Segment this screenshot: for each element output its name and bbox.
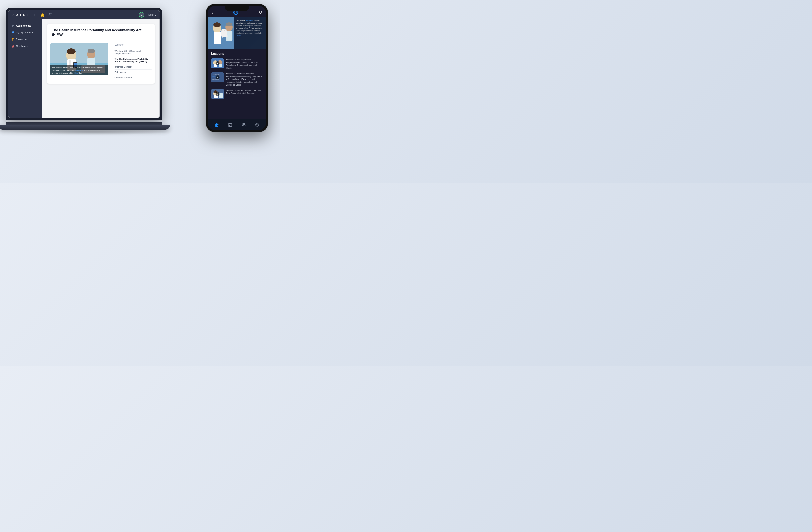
phone-lessons-title: Lessons bbox=[211, 52, 263, 56]
svg-point-7 bbox=[12, 45, 14, 47]
svg-point-17 bbox=[88, 48, 95, 53]
certificates-label: Certificates bbox=[16, 45, 28, 47]
phone-hero-caption: La Regla de privacidad también garantiza… bbox=[234, 17, 266, 49]
svg-point-55 bbox=[257, 125, 257, 125]
course-card-header: The Health Insurance Portability and Acc… bbox=[47, 24, 155, 40]
svg-point-16 bbox=[67, 48, 76, 54]
svg-rect-23 bbox=[214, 32, 221, 44]
phone-screen: ‹ bbox=[208, 6, 266, 130]
course-lessons-section: Lessons What are Client Rights and Respo… bbox=[111, 40, 155, 84]
svg-rect-9 bbox=[50, 43, 108, 63]
svg-point-51 bbox=[243, 124, 244, 125]
phone-notch bbox=[225, 6, 249, 11]
phone-lesson-text-2: Section 2: The Health Insurance Portabil… bbox=[226, 72, 263, 86]
svg-point-24 bbox=[213, 23, 220, 27]
laptop-screen: Q U I R E ⬅ 🔔 D Dean B bbox=[9, 10, 160, 118]
bell-icon[interactable]: 🔔 bbox=[41, 13, 45, 17]
back-icon[interactable]: ⬅ bbox=[34, 13, 37, 17]
sidebar-item-myfiles[interactable]: My Agency Files › bbox=[9, 29, 42, 36]
course-card-body: The Privacy Rule also ensures that each … bbox=[47, 40, 155, 84]
svg-rect-48 bbox=[216, 126, 217, 127]
course-card: The Health Insurance Portability and Acc… bbox=[47, 24, 155, 84]
laptop-device: Q U I R E ⬅ 🔔 D Dean B bbox=[6, 8, 170, 172]
svg-point-20 bbox=[235, 12, 236, 13]
phone-frame: ‹ bbox=[206, 4, 268, 132]
svg-point-1 bbox=[50, 13, 52, 14]
phone-hero-section: La Regla de privacidad también garantiza… bbox=[208, 17, 266, 49]
play-button-1[interactable]: ▶ bbox=[216, 61, 219, 65]
svg-point-54 bbox=[256, 125, 257, 125]
phone-device: ‹ bbox=[206, 4, 268, 176]
svg-point-28 bbox=[226, 23, 232, 26]
phone-lesson-item-3[interactable]: ▶ Section 3: Informed Consent – Sección … bbox=[211, 89, 263, 99]
phone-nav-home[interactable] bbox=[213, 121, 221, 129]
myfiles-label: My Agency Files bbox=[16, 31, 33, 34]
phone-lesson-thumb-2: La Regla de privacidad también garantiza… bbox=[211, 72, 224, 82]
sidebar: Assignments › My Agency Files › bbox=[9, 19, 42, 118]
lesson-item-5[interactable]: Course Summary bbox=[115, 75, 151, 81]
lesson-item-2[interactable]: The Health Insurance Portability and Acc… bbox=[115, 56, 151, 64]
phone-lesson-text-1: Section 1: Client Rights and Responsibil… bbox=[226, 58, 263, 70]
svg-rect-36 bbox=[219, 64, 222, 67]
phone-bell-icon[interactable] bbox=[259, 10, 262, 15]
assignments-label: Assignments bbox=[16, 25, 31, 27]
myfiles-icon bbox=[12, 31, 14, 34]
svg-point-52 bbox=[244, 124, 245, 125]
sidebar-item-resources[interactable]: Resources bbox=[9, 36, 42, 43]
lesson-item-4[interactable]: Elder Abuse bbox=[115, 70, 151, 75]
laptop-body: Assignments › My Agency Files › bbox=[9, 19, 160, 118]
phone-lesson-thumb-1: ▶ bbox=[211, 58, 224, 68]
main-content: The Health Insurance Portability and Acc… bbox=[42, 19, 160, 118]
course-video-thumbnail[interactable]: The Privacy Rule also ensures that each … bbox=[50, 43, 108, 75]
laptop-screen-frame: Q U I R E ⬅ 🔔 D Dean B bbox=[6, 8, 162, 120]
phone-nav-more[interactable] bbox=[253, 121, 261, 129]
laptop-shadow bbox=[10, 129, 174, 135]
lessons-header: Lessons bbox=[115, 43, 151, 46]
phone-nav-cards[interactable] bbox=[226, 121, 234, 129]
assignments-icon bbox=[12, 25, 14, 27]
phone-lessons-section: Lessons ▶ bbox=[208, 49, 266, 104]
lesson-item-3[interactable]: Informed Consent bbox=[115, 64, 151, 70]
username-label: Dean B bbox=[148, 13, 156, 16]
resources-label: Resources bbox=[16, 38, 27, 41]
resources-icon bbox=[12, 38, 14, 41]
pause-button-2[interactable]: ⏸ bbox=[216, 75, 219, 79]
user-avatar[interactable]: D bbox=[139, 12, 144, 18]
users-icon[interactable] bbox=[48, 13, 52, 17]
phone-lesson-item-2[interactable]: La Regla de privacidad también garantiza… bbox=[211, 72, 263, 86]
video-caption: The Privacy Rule also ensures that each … bbox=[50, 66, 108, 75]
phone-nav-users[interactable] bbox=[240, 121, 248, 129]
myfiles-arrow: › bbox=[39, 32, 39, 34]
certificates-icon bbox=[12, 45, 14, 47]
phone-content: La Regla de privacidad también garantiza… bbox=[208, 17, 266, 119]
play-button-3[interactable]: ▶ bbox=[216, 92, 219, 96]
laptop-topbar: Q U I R E ⬅ 🔔 D Dean B bbox=[9, 10, 160, 19]
phone-bottom-nav bbox=[208, 119, 266, 130]
svg-point-0 bbox=[49, 13, 50, 14]
svg-rect-6 bbox=[12, 32, 14, 34]
course-title: The Health Insurance Portability and Acc… bbox=[52, 28, 150, 37]
course-video-section: The Privacy Rule also ensures that each … bbox=[47, 40, 111, 84]
svg-point-56 bbox=[258, 125, 258, 125]
phone-lesson-text-3: Section 3: Informed Consent – Sección Tr… bbox=[226, 89, 263, 99]
svg-text:cada paciente: cada paciente bbox=[212, 79, 219, 80]
phone-lesson-item-1[interactable]: ▶ Section 1: Client Rights and Responsib… bbox=[211, 58, 263, 70]
quire-logo: Q U I R E bbox=[12, 13, 30, 16]
sidebar-item-certificates[interactable]: Certificates bbox=[9, 43, 42, 49]
lesson-item-1[interactable]: What are Client Rights and Responsibilit… bbox=[115, 48, 151, 56]
phone-lesson-thumb-3: ▶ bbox=[211, 89, 224, 99]
assignments-arrow: › bbox=[39, 25, 39, 27]
sidebar-item-assignments[interactable]: Assignments › bbox=[9, 23, 42, 29]
